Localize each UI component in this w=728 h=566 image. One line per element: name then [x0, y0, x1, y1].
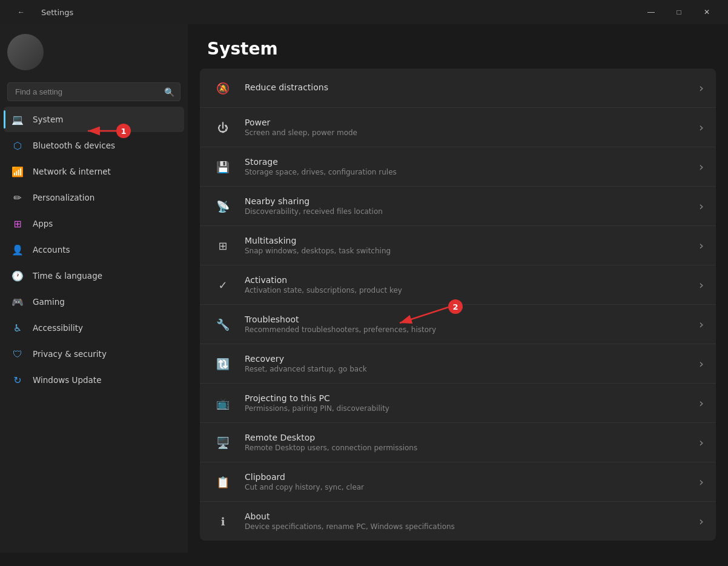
- nearby-sharing-text: Nearby sharingDiscoverability, received …: [245, 196, 688, 216]
- close-button[interactable]: ✕: [693, 2, 721, 22]
- sidebar-item-update[interactable]: ↻Windows Update: [4, 367, 184, 393]
- clipboard-desc: Cut and copy history, sync, clear: [245, 483, 688, 491]
- troubleshoot-chevron: ›: [699, 317, 704, 331]
- sidebar-item-label-time: Time & language: [33, 271, 102, 281]
- reduce-distractions-chevron: ›: [699, 81, 704, 95]
- settings-item-multitasking[interactable]: ⊞MultitaskingSnap windows, desktops, tas…: [200, 226, 716, 265]
- sidebar-item-accounts[interactable]: 👤Accounts: [4, 237, 184, 262]
- sidebar-item-label-update: Windows Update: [33, 375, 101, 385]
- about-text: AboutDevice specifications, rename PC, W…: [245, 511, 688, 531]
- back-button[interactable]: ←: [7, 2, 35, 22]
- settings-item-remote-desktop[interactable]: 🖥️Remote DesktopRemote Desktop users, co…: [200, 423, 716, 462]
- maximize-button[interactable]: □: [665, 2, 693, 22]
- clipboard-title: Clipboard: [245, 472, 688, 482]
- sidebar-item-system[interactable]: 💻System: [4, 107, 184, 132]
- storage-chevron: ›: [699, 159, 704, 174]
- multitasking-icon: ⊞: [212, 235, 234, 256]
- settings-item-about[interactable]: ℹ️AboutDevice specifications, rename PC,…: [200, 502, 716, 541]
- troubleshoot-icon: 🔧: [212, 313, 234, 335]
- settings-item-reduce-distractions[interactable]: 🔕Reduce distractions›: [200, 68, 716, 108]
- power-desc: Screen and sleep, power mode: [245, 128, 688, 137]
- about-title: About: [245, 511, 688, 521]
- settings-item-nearby-sharing[interactable]: 📡Nearby sharingDiscoverability, received…: [200, 187, 716, 226]
- recovery-desc: Reset, advanced startup, go back: [245, 365, 688, 373]
- gaming-icon: 🎮: [11, 295, 24, 308]
- search-input[interactable]: [7, 82, 180, 101]
- annotation-badge-2: 2: [448, 299, 463, 314]
- nearby-sharing-chevron: ›: [699, 199, 704, 213]
- power-title: Power: [245, 118, 688, 127]
- title-bar-left: ← Settings: [7, 2, 73, 22]
- nearby-sharing-desc: Discoverability, received files location: [245, 207, 688, 216]
- accessibility-icon: ♿: [11, 321, 24, 335]
- page-header: System: [188, 24, 728, 68]
- apps-icon: ⊞: [11, 217, 24, 230]
- storage-icon: 💾: [212, 156, 234, 178]
- search-button[interactable]: 🔍: [163, 86, 176, 98]
- sidebar-item-personalization[interactable]: ✏Personalization: [4, 185, 184, 210]
- clipboard-chevron: ›: [699, 474, 704, 489]
- sidebar-item-network[interactable]: 📶Network & internet: [4, 159, 184, 184]
- sidebar-item-label-accounts: Accounts: [33, 245, 70, 255]
- minimize-button[interactable]: —: [637, 2, 665, 22]
- projecting-chevron: ›: [699, 396, 704, 410]
- sidebar-item-label-network: Network & internet: [33, 167, 111, 176]
- settings-item-power[interactable]: ⏻PowerScreen and sleep, power mode›: [200, 108, 716, 147]
- sidebar-item-accessibility[interactable]: ♿Accessibility: [4, 315, 184, 341]
- about-icon: ℹ️: [212, 510, 234, 532]
- sidebar-item-gaming[interactable]: 🎮Gaming: [4, 289, 184, 315]
- window-controls: — □ ✕: [637, 2, 721, 22]
- sidebar-nav: 💻System⬡Bluetooth & devices📶Network & in…: [0, 106, 188, 393]
- sidebar-item-label-personalization: Personalization: [33, 193, 94, 202]
- settings-item-recovery[interactable]: 🔃RecoveryReset, advanced startup, go bac…: [200, 344, 716, 384]
- about-chevron: ›: [699, 514, 704, 528]
- close-icon: ✕: [704, 8, 710, 16]
- system-icon: 💻: [11, 113, 24, 126]
- recovery-title: Recovery: [245, 354, 688, 364]
- clipboard-icon: 📋: [212, 471, 234, 493]
- remote-desktop-chevron: ›: [699, 435, 704, 450]
- app-body: 🔍 💻System⬡Bluetooth & devices📶Network & …: [0, 24, 728, 553]
- settings-item-clipboard[interactable]: 📋ClipboardCut and copy history, sync, cl…: [200, 462, 716, 502]
- activation-chevron: ›: [699, 278, 704, 292]
- sidebar-item-label-system: System: [33, 115, 63, 124]
- sidebar-item-label-gaming: Gaming: [33, 297, 65, 307]
- accounts-icon: 👤: [11, 243, 24, 256]
- maximize-icon: □: [677, 8, 681, 16]
- settings-item-activation[interactable]: ✓ActivationActivation state, subscriptio…: [200, 265, 716, 305]
- multitasking-chevron: ›: [699, 238, 704, 253]
- reduce-distractions-text: Reduce distractions: [245, 82, 688, 93]
- recovery-icon: 🔃: [212, 353, 234, 375]
- settings-item-storage[interactable]: 💾StorageStorage space, drives, configura…: [200, 147, 716, 187]
- sidebar-item-label-bluetooth: Bluetooth & devices: [33, 141, 115, 150]
- clipboard-text: ClipboardCut and copy history, sync, cle…: [245, 472, 688, 491]
- sidebar-item-apps[interactable]: ⊞Apps: [4, 211, 184, 236]
- bluetooth-icon: ⬡: [11, 139, 24, 152]
- back-icon: ←: [18, 8, 25, 16]
- sidebar: 🔍 💻System⬡Bluetooth & devices📶Network & …: [0, 24, 188, 553]
- activation-icon: ✓: [212, 274, 234, 296]
- nearby-sharing-icon: 📡: [212, 195, 234, 217]
- user-area: [0, 24, 188, 80]
- multitasking-title: Multitasking: [245, 236, 688, 245]
- multitasking-text: MultitaskingSnap windows, desktops, task…: [245, 236, 688, 255]
- sidebar-item-label-privacy: Privacy & security: [33, 349, 107, 359]
- sidebar-item-time[interactable]: 🕐Time & language: [4, 263, 184, 288]
- time-icon: 🕐: [11, 269, 24, 282]
- title-bar: ← Settings — □ ✕: [0, 0, 728, 24]
- projecting-title: Projecting to this PC: [245, 393, 688, 403]
- storage-title: Storage: [245, 157, 688, 167]
- privacy-icon: 🛡: [11, 347, 24, 361]
- personalization-icon: ✏: [11, 191, 24, 204]
- reduce-distractions-title: Reduce distractions: [245, 82, 688, 92]
- projecting-icon: 📺: [212, 392, 234, 414]
- sidebar-item-label-apps: Apps: [33, 219, 53, 228]
- projecting-desc: Permissions, pairing PIN, discoverabilit…: [245, 404, 688, 413]
- activation-title: Activation: [245, 275, 688, 285]
- settings-item-projecting[interactable]: 📺Projecting to this PCPermissions, pairi…: [200, 384, 716, 423]
- recovery-chevron: ›: [699, 356, 704, 371]
- sidebar-item-bluetooth[interactable]: ⬡Bluetooth & devices: [4, 133, 184, 158]
- sidebar-item-privacy[interactable]: 🛡Privacy & security: [4, 341, 184, 367]
- reduce-distractions-icon: 🔕: [212, 77, 234, 99]
- troubleshoot-title: Troubleshoot: [245, 315, 688, 324]
